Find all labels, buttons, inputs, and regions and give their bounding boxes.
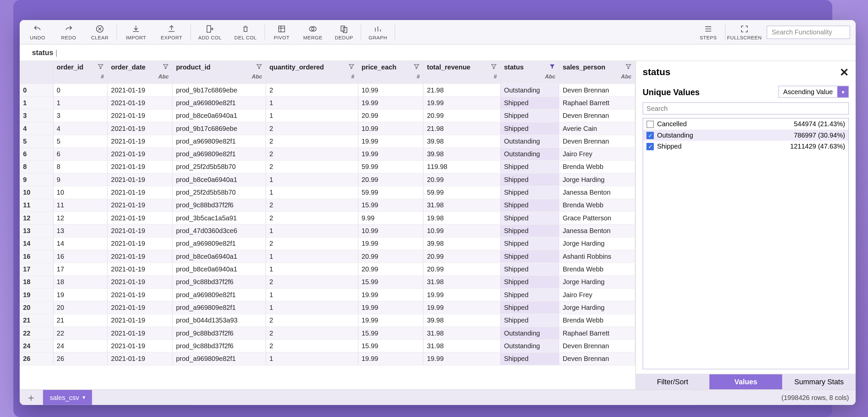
cell[interactable]: 13 <box>53 224 107 237</box>
cell[interactable]: 2021-01-19 <box>107 84 173 96</box>
sort-select[interactable]: Ascending Value ▾ <box>778 86 849 98</box>
cell[interactable]: 2 <box>266 314 358 327</box>
table-row[interactable]: 14142021-01-19prod_a969809e82f1219.9939.… <box>20 237 635 250</box>
cell[interactable]: Shipped <box>500 96 559 109</box>
cell[interactable]: 3 <box>53 109 107 122</box>
checkbox[interactable]: ✓ <box>647 131 654 139</box>
cell[interactable]: 19.99 <box>423 288 500 301</box>
table-row[interactable]: 26262021-01-19prod_a969809e82f1119.9919.… <box>20 352 635 365</box>
table-row[interactable]: 22222021-01-19prod_9c88bd37f2f6215.9931.… <box>20 327 635 339</box>
cell[interactable]: 1 <box>266 301 358 314</box>
del-col-button[interactable]: DEL COL <box>228 21 264 43</box>
cell[interactable]: 2 <box>266 199 358 211</box>
cell[interactable]: Deven Brennan <box>559 109 635 122</box>
cell[interactable]: Brenda Webb <box>559 160 635 173</box>
cell[interactable]: 15.99 <box>358 275 423 288</box>
cell[interactable]: 19.98 <box>423 211 500 224</box>
cell[interactable]: Janessa Benton <box>559 186 635 198</box>
cell[interactable]: 39.98 <box>423 135 500 147</box>
table-row[interactable]: 13132021-01-19prod_47d0360d3ce6110.9910.… <box>20 224 635 237</box>
cell[interactable]: 59.99 <box>358 186 423 198</box>
filter-icon[interactable] <box>414 63 420 71</box>
row-number[interactable]: 18 <box>20 275 53 288</box>
cell[interactable]: 39.98 <box>423 237 500 250</box>
cell[interactable]: prod_25f2d5b58b70 <box>172 186 266 198</box>
cell[interactable]: 20.99 <box>358 250 423 262</box>
cell[interactable]: Shipped <box>500 211 559 224</box>
cell[interactable]: 19.99 <box>423 352 500 365</box>
cell[interactable]: 2 <box>266 84 358 96</box>
cell[interactable]: 2021-01-19 <box>107 199 173 211</box>
cell[interactable]: 2 <box>266 135 358 147</box>
cell[interactable]: Shipped <box>500 250 559 262</box>
cell[interactable]: 1 <box>53 96 107 109</box>
redo-button[interactable]: REDO <box>53 21 84 43</box>
cell[interactable]: 2 <box>266 237 358 250</box>
cell[interactable]: 19.99 <box>358 352 423 365</box>
cell[interactable]: Shipped <box>500 160 559 173</box>
cell[interactable]: 15.99 <box>358 199 423 211</box>
cell[interactable]: 2021-01-19 <box>107 301 173 314</box>
cell[interactable]: 1 <box>266 96 358 109</box>
cell[interactable]: prod_b8ce0a6940a1 <box>172 250 266 262</box>
cell[interactable]: Jorge Harding <box>559 301 635 314</box>
table-row[interactable]: 11112021-01-19prod_9c88bd37f2f6215.9931.… <box>20 199 635 211</box>
cell[interactable]: 20.99 <box>423 262 500 275</box>
filter-icon[interactable] <box>348 63 354 71</box>
fullscreen-button[interactable]: FULLSCREEN <box>726 21 762 43</box>
row-number[interactable]: 3 <box>20 109 53 122</box>
cell[interactable]: 9.99 <box>358 211 423 224</box>
cell[interactable]: 19.99 <box>358 314 423 327</box>
cell[interactable]: 19.99 <box>358 237 423 250</box>
filter-icon[interactable] <box>491 63 497 71</box>
row-number[interactable]: 22 <box>20 327 53 339</box>
table-row[interactable]: 552021-01-19prod_a969809e82f1219.9939.98… <box>20 135 635 147</box>
tab-summary-stats[interactable]: Summary Stats <box>782 374 856 389</box>
cell[interactable]: Janessa Benton <box>559 224 635 237</box>
tab-values[interactable]: Values <box>709 374 782 389</box>
cell[interactable]: 2021-01-19 <box>107 96 173 109</box>
cell[interactable]: 10.99 <box>358 122 423 135</box>
cell[interactable]: 10 <box>53 186 107 198</box>
cell[interactable]: prod_b044d1353a93 <box>172 314 266 327</box>
cell[interactable]: 24 <box>53 339 107 352</box>
cell[interactable]: Brenda Webb <box>559 199 635 211</box>
cell[interactable]: prod_b8ce0a6940a1 <box>172 109 266 122</box>
cell[interactable]: 2 <box>266 211 358 224</box>
row-number[interactable]: 4 <box>20 122 53 135</box>
filter-icon[interactable] <box>163 63 168 71</box>
cell[interactable]: 14 <box>53 237 107 250</box>
cell[interactable]: 17 <box>53 262 107 275</box>
cell[interactable]: 20 <box>53 301 107 314</box>
cell[interactable]: 20.99 <box>423 250 500 262</box>
cell[interactable]: 1 <box>266 288 358 301</box>
cell[interactable]: 2021-01-19 <box>107 135 173 147</box>
graph-button[interactable]: GRAPH <box>362 21 393 43</box>
row-number[interactable]: 20 <box>20 301 53 314</box>
cell[interactable]: 119.98 <box>423 160 500 173</box>
cell[interactable]: 2 <box>266 339 358 352</box>
cell[interactable]: 19.99 <box>423 301 500 314</box>
cell[interactable]: 39.98 <box>423 148 500 160</box>
table-row[interactable]: 882021-01-19prod_25f2d5b58b70259.99119.9… <box>20 160 635 173</box>
cell[interactable]: prod_9c88bd37f2f6 <box>172 327 266 339</box>
cell[interactable]: Shipped <box>500 288 559 301</box>
cell-editor[interactable]: status | <box>20 44 856 61</box>
unique-value-row[interactable]: Cancelled544974 (21.43%) <box>643 119 849 129</box>
cell[interactable]: Outstanding <box>500 84 559 96</box>
cell[interactable]: 2 <box>266 275 358 288</box>
table-row[interactable]: 442021-01-19prod_9b17c6869ebe210.9921.98… <box>20 122 635 135</box>
values-search-input[interactable] <box>643 102 849 115</box>
export-button[interactable]: EXPORT <box>154 21 190 43</box>
add-col-button[interactable]: ADD COL <box>192 21 228 43</box>
cell[interactable]: 18 <box>53 275 107 288</box>
checkbox[interactable]: ✓ <box>647 143 654 150</box>
sheet-tab[interactable]: sales_csv ▾ <box>43 390 92 405</box>
cell[interactable]: 2021-01-19 <box>107 160 173 173</box>
row-number[interactable]: 5 <box>20 135 53 147</box>
cell[interactable]: 1 <box>266 173 358 186</box>
cell[interactable]: 19.99 <box>358 96 423 109</box>
cell[interactable]: 9 <box>53 173 107 186</box>
dedup-button[interactable]: DEDUP <box>329 21 360 43</box>
column-header-order_date[interactable]: order_dateAbc <box>107 61 173 84</box>
